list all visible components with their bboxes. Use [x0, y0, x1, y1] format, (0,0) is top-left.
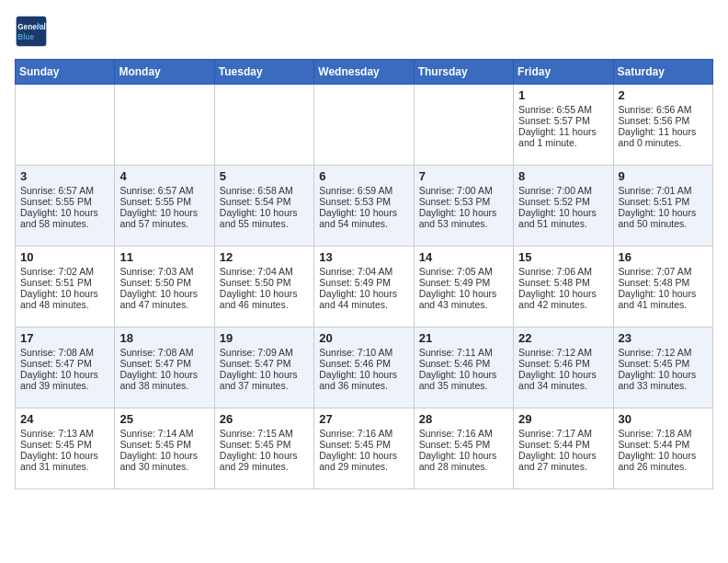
day-info: Sunrise: 7:12 AM [619, 347, 708, 358]
day-info: and 37 minutes. [220, 380, 309, 391]
day-info: Daylight: 10 hours [518, 207, 608, 218]
day-info: Sunset: 5:45 PM [619, 358, 708, 369]
day-info: Daylight: 10 hours [419, 450, 508, 461]
day-info: Sunset: 5:46 PM [518, 358, 608, 369]
calendar-cell: 15Sunrise: 7:06 AMSunset: 5:48 PMDayligh… [514, 247, 613, 327]
day-info: Daylight: 10 hours [20, 288, 109, 299]
day-info: Sunrise: 7:00 AM [518, 185, 608, 196]
calendar-cell: 19Sunrise: 7:09 AMSunset: 5:47 PMDayligh… [214, 327, 313, 408]
day-info: Daylight: 10 hours [518, 288, 608, 299]
calendar-cell: 8Sunrise: 7:00 AMSunset: 5:52 PMDaylight… [514, 166, 613, 247]
calendar-cell: 17Sunrise: 7:08 AMSunset: 5:47 PMDayligh… [16, 327, 115, 408]
day-info: Sunset: 5:44 PM [518, 439, 608, 450]
calendar-cell: 24Sunrise: 7:13 AMSunset: 5:45 PMDayligh… [16, 408, 115, 489]
day-info: Sunrise: 6:57 AM [119, 185, 209, 196]
day-info: Daylight: 10 hours [419, 207, 508, 218]
calendar-cell: 30Sunrise: 7:18 AMSunset: 5:44 PMDayligh… [613, 408, 712, 489]
day-info: Sunrise: 7:05 AM [419, 266, 508, 277]
day-number: 7 [419, 169, 508, 183]
day-info: Sunrise: 7:09 AM [220, 347, 309, 358]
day-info: Daylight: 10 hours [220, 288, 309, 299]
day-info: and 0 minutes. [619, 137, 708, 148]
weekday-header-row: SundayMondayTuesdayWednesdayThursdayFrid… [16, 60, 713, 85]
calendar-cell: 6Sunrise: 6:59 AMSunset: 5:53 PMDaylight… [314, 166, 414, 247]
day-info: Sunrise: 7:08 AM [119, 347, 209, 358]
calendar-cell: 18Sunrise: 7:08 AMSunset: 5:47 PMDayligh… [115, 327, 214, 408]
day-info: Sunrise: 6:56 AM [619, 104, 708, 115]
day-info: and 41 minutes. [619, 299, 708, 310]
day-info: Sunset: 5:46 PM [419, 358, 508, 369]
day-info: Sunrise: 7:15 AM [220, 428, 309, 439]
day-info: Sunrise: 7:02 AM [20, 266, 109, 277]
day-info: and 50 minutes. [619, 218, 708, 229]
day-info: and 31 minutes. [20, 461, 109, 472]
day-info: Daylight: 10 hours [319, 450, 408, 461]
day-number: 19 [220, 331, 309, 345]
day-number: 14 [419, 250, 508, 264]
day-info: Sunrise: 7:12 AM [518, 347, 608, 358]
day-number: 9 [619, 169, 708, 183]
day-info: Daylight: 10 hours [319, 369, 408, 380]
weekday-header-friday: Friday [514, 60, 613, 85]
day-info: Sunrise: 7:01 AM [619, 185, 708, 196]
day-info: Sunset: 5:45 PM [20, 439, 109, 450]
calendar-cell: 22Sunrise: 7:12 AMSunset: 5:46 PMDayligh… [514, 327, 613, 408]
day-info: Sunset: 5:52 PM [518, 196, 608, 207]
day-info: and 30 minutes. [119, 461, 209, 472]
weekday-header-wednesday: Wednesday [314, 60, 414, 85]
day-number: 26 [220, 412, 309, 426]
day-info: Daylight: 10 hours [518, 450, 608, 461]
day-info: Daylight: 11 hours [619, 126, 708, 137]
day-info: and 57 minutes. [119, 218, 209, 229]
day-info: and 33 minutes. [619, 380, 708, 391]
calendar-body: 1Sunrise: 6:55 AMSunset: 5:57 PMDaylight… [16, 85, 713, 489]
calendar-cell: 27Sunrise: 7:16 AMSunset: 5:45 PMDayligh… [314, 408, 414, 489]
calendar-cell: 13Sunrise: 7:04 AMSunset: 5:49 PMDayligh… [314, 247, 414, 327]
day-info: Sunset: 5:46 PM [319, 358, 408, 369]
day-info: Sunset: 5:55 PM [119, 196, 209, 207]
day-number: 17 [20, 331, 109, 345]
week-row-4: 17Sunrise: 7:08 AMSunset: 5:47 PMDayligh… [16, 327, 713, 408]
day-info: Daylight: 10 hours [20, 369, 109, 380]
day-info: Sunrise: 7:13 AM [20, 428, 109, 439]
day-number: 11 [119, 250, 209, 264]
day-info: and 51 minutes. [518, 218, 608, 229]
day-info: Sunrise: 7:18 AM [619, 428, 708, 439]
day-number: 16 [619, 250, 708, 264]
day-info: Sunset: 5:48 PM [518, 277, 608, 288]
day-number: 23 [619, 331, 708, 345]
calendar-cell [214, 85, 313, 166]
day-info: and 1 minute. [518, 137, 608, 148]
day-info: Sunset: 5:50 PM [220, 277, 309, 288]
calendar-table: SundayMondayTuesdayWednesdayThursdayFrid… [15, 59, 713, 489]
weekday-header-saturday: Saturday [613, 60, 712, 85]
day-info: Sunset: 5:45 PM [220, 439, 309, 450]
day-info: Daylight: 10 hours [319, 288, 408, 299]
day-info: Sunrise: 6:58 AM [220, 185, 309, 196]
day-number: 6 [319, 169, 408, 183]
calendar-cell: 14Sunrise: 7:05 AMSunset: 5:49 PMDayligh… [414, 247, 513, 327]
calendar-cell [115, 85, 214, 166]
day-number: 25 [119, 412, 209, 426]
day-info: Daylight: 10 hours [220, 450, 309, 461]
day-info: Daylight: 10 hours [319, 207, 408, 218]
day-info: Sunrise: 7:11 AM [419, 347, 508, 358]
day-info: Sunrise: 7:03 AM [119, 266, 209, 277]
week-row-3: 10Sunrise: 7:02 AMSunset: 5:51 PMDayligh… [16, 247, 713, 327]
day-info: and 34 minutes. [518, 380, 608, 391]
day-info: Daylight: 10 hours [518, 369, 608, 380]
day-info: and 39 minutes. [20, 380, 109, 391]
day-number: 2 [619, 88, 708, 102]
day-info: Sunset: 5:45 PM [419, 439, 508, 450]
day-info: and 46 minutes. [220, 299, 309, 310]
day-info: Daylight: 10 hours [419, 369, 508, 380]
calendar-cell: 2Sunrise: 6:56 AMSunset: 5:56 PMDaylight… [613, 85, 712, 166]
day-info: Sunrise: 7:04 AM [319, 266, 408, 277]
calendar-cell: 16Sunrise: 7:07 AMSunset: 5:48 PMDayligh… [613, 247, 712, 327]
day-info: Daylight: 10 hours [220, 369, 309, 380]
day-info: and 55 minutes. [220, 218, 309, 229]
week-row-1: 1Sunrise: 6:55 AMSunset: 5:57 PMDaylight… [16, 85, 713, 166]
day-number: 30 [619, 412, 708, 426]
day-info: and 38 minutes. [119, 380, 209, 391]
day-info: Sunset: 5:54 PM [220, 196, 309, 207]
